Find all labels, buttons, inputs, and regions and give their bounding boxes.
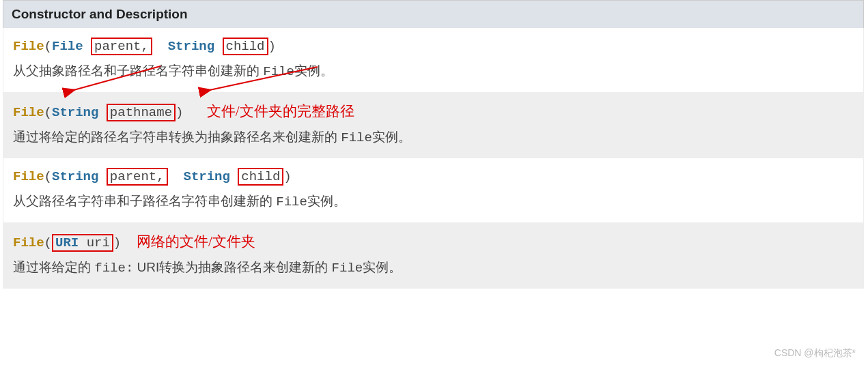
description-1: 从父抽象路径名和子路径名字符串创建新的 File实例。 (13, 61, 854, 82)
param-type: String (52, 105, 98, 120)
constructor-row-2: File(String pathname) 文件/文件夹的完整路径 通过将给定的… (3, 92, 864, 158)
description-3: 从父路径名字符串和子路径名字符串创建新的 File实例。 (13, 191, 854, 212)
doc-table: Constructor and Description File(File pa… (3, 0, 864, 289)
param-type: File (52, 39, 83, 54)
class-name: File (13, 169, 44, 184)
class-name: File (13, 105, 44, 120)
param-box: pathname (107, 104, 176, 121)
param-type: String (52, 169, 98, 184)
class-name: File (13, 39, 44, 54)
description-4: 通过将给定的 file: URI转换为抽象路径名来创建新的 File实例。 (13, 257, 854, 278)
signature-3: File(String parent, String child) (13, 166, 854, 187)
signature-4: File(URI uri) 网络的文件/文件夹 (13, 231, 854, 254)
class-name: File (13, 235, 44, 250)
param-type: String (168, 39, 214, 54)
signature-2: File(String pathname) 文件/文件夹的完整路径 (13, 100, 854, 123)
param-box: child (238, 168, 283, 186)
watermark: CSDN @枸杞泡茶* (774, 347, 856, 360)
description-2: 通过将给定的路径名字符串转换为抽象路径名来创建新的 File实例。 (13, 127, 854, 148)
param-type: String (183, 169, 229, 184)
constructor-row-4: File(URI uri) 网络的文件/文件夹 通过将给定的 file: URI… (3, 222, 864, 289)
table-header: Constructor and Description (3, 0, 864, 28)
constructor-row-3: File(String parent, String child) 从父路径名字… (3, 158, 864, 222)
annotation-red: 网络的文件/文件夹 (137, 233, 255, 250)
constructor-row-1: File(File parent, String child) 从父抽象路径名和… (3, 28, 864, 92)
param-box: URI uri (52, 234, 113, 252)
param-box: child (223, 38, 268, 55)
signature-1: File(File parent, String child) (13, 36, 854, 57)
param-box: parent, (107, 168, 168, 186)
annotation-red: 文件/文件夹的完整路径 (207, 103, 354, 119)
param-box: parent, (91, 38, 152, 55)
